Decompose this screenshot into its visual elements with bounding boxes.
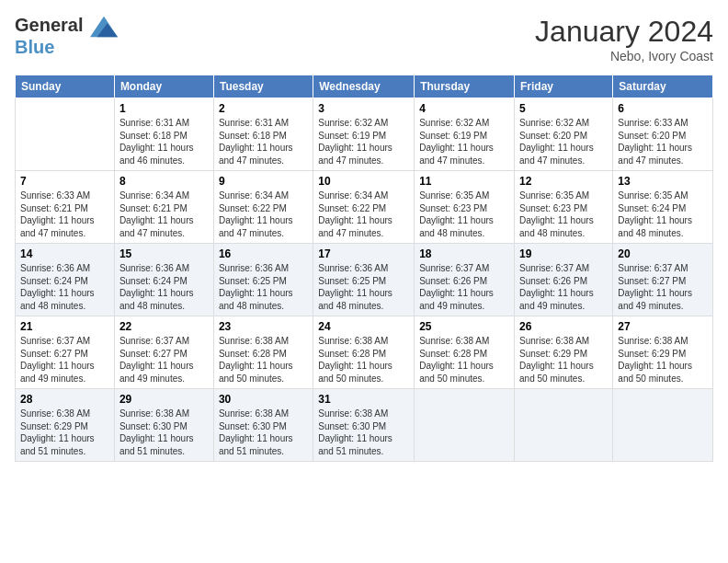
day-number: 31 (318, 393, 409, 406)
day-number: 29 (119, 393, 209, 406)
day-info: Sunrise: 6:38 AMSunset: 6:30 PMDaylight:… (318, 408, 409, 457)
day-number: 17 (318, 247, 409, 260)
day-number: 15 (119, 247, 209, 260)
day-number: 1 (119, 102, 209, 115)
calendar-cell: 24Sunrise: 6:38 AMSunset: 6:28 PMDayligh… (313, 316, 415, 389)
calendar-cell: 9Sunrise: 6:34 AMSunset: 6:22 PMDaylight… (213, 171, 313, 244)
calendar-cell: 17Sunrise: 6:36 AMSunset: 6:25 PMDayligh… (313, 244, 415, 316)
calendar-cell: 7Sunrise: 6:33 AMSunset: 6:21 PMDaylight… (16, 171, 115, 244)
day-number: 24 (318, 320, 409, 333)
header-saturday: Saturday (613, 75, 713, 98)
calendar-header-row: Sunday Monday Tuesday Wednesday Thursday… (16, 75, 713, 98)
day-number: 7 (20, 175, 109, 188)
day-info: Sunrise: 6:32 AMSunset: 6:20 PMDaylight:… (519, 117, 608, 167)
calendar-cell: 30Sunrise: 6:38 AMSunset: 6:30 PMDayligh… (213, 389, 313, 462)
header-wednesday: Wednesday (313, 75, 415, 98)
day-number: 19 (519, 247, 608, 260)
header-thursday: Thursday (415, 75, 515, 98)
calendar-cell: 25Sunrise: 6:38 AMSunset: 6:28 PMDayligh… (415, 316, 515, 389)
day-number: 27 (618, 320, 708, 333)
header-monday: Monday (114, 75, 213, 98)
day-info: Sunrise: 6:34 AMSunset: 6:22 PMDaylight:… (219, 190, 308, 239)
location: Nebo, Ivory Coast (535, 49, 713, 63)
calendar-week-3: 14Sunrise: 6:36 AMSunset: 6:24 PMDayligh… (16, 244, 713, 316)
day-number: 10 (318, 175, 409, 188)
calendar-cell: 5Sunrise: 6:32 AMSunset: 6:20 PMDaylight… (515, 98, 613, 171)
day-number: 18 (419, 247, 509, 260)
day-info: Sunrise: 6:36 AMSunset: 6:24 PMDaylight:… (119, 262, 209, 312)
calendar-cell: 16Sunrise: 6:36 AMSunset: 6:25 PMDayligh… (213, 244, 313, 316)
day-number: 14 (20, 247, 109, 260)
day-number: 30 (219, 393, 308, 406)
day-info: Sunrise: 6:35 AMSunset: 6:23 PMDaylight:… (519, 190, 608, 239)
day-info: Sunrise: 6:36 AMSunset: 6:25 PMDaylight:… (318, 262, 409, 312)
day-info: Sunrise: 6:32 AMSunset: 6:19 PMDaylight:… (419, 117, 509, 167)
calendar-cell: 10Sunrise: 6:34 AMSunset: 6:22 PMDayligh… (313, 171, 415, 244)
day-info: Sunrise: 6:37 AMSunset: 6:27 PMDaylight:… (119, 335, 209, 385)
day-info: Sunrise: 6:31 AMSunset: 6:18 PMDaylight:… (119, 117, 209, 167)
calendar-table: Sunday Monday Tuesday Wednesday Thursday… (15, 75, 713, 462)
calendar-cell: 4Sunrise: 6:32 AMSunset: 6:19 PMDaylight… (415, 98, 515, 171)
calendar-cell: 18Sunrise: 6:37 AMSunset: 6:26 PMDayligh… (415, 244, 515, 316)
day-info: Sunrise: 6:33 AMSunset: 6:20 PMDaylight:… (618, 117, 708, 167)
day-info: Sunrise: 6:32 AMSunset: 6:19 PMDaylight:… (318, 117, 409, 167)
calendar-cell: 29Sunrise: 6:38 AMSunset: 6:30 PMDayligh… (114, 389, 213, 462)
day-info: Sunrise: 6:36 AMSunset: 6:24 PMDaylight:… (20, 262, 109, 312)
calendar-cell: 27Sunrise: 6:38 AMSunset: 6:29 PMDayligh… (613, 316, 713, 389)
logo: General Blue (15, 15, 118, 56)
day-info: Sunrise: 6:37 AMSunset: 6:27 PMDaylight:… (618, 262, 708, 312)
day-number: 9 (219, 175, 308, 188)
header: General Blue January 2024 Nebo, Ivory Co… (15, 15, 713, 63)
logo-icon (90, 16, 118, 38)
day-number: 16 (219, 247, 308, 260)
day-number: 4 (419, 102, 509, 115)
calendar-cell: 20Sunrise: 6:37 AMSunset: 6:27 PMDayligh… (613, 244, 713, 316)
day-number: 6 (618, 102, 708, 115)
day-info: Sunrise: 6:38 AMSunset: 6:29 PMDaylight:… (519, 335, 608, 385)
day-info: Sunrise: 6:34 AMSunset: 6:22 PMDaylight:… (318, 190, 409, 239)
title-block: January 2024 Nebo, Ivory Coast (535, 15, 713, 63)
calendar-cell: 6Sunrise: 6:33 AMSunset: 6:20 PMDaylight… (613, 98, 713, 171)
day-info: Sunrise: 6:35 AMSunset: 6:23 PMDaylight:… (419, 190, 509, 239)
day-info: Sunrise: 6:37 AMSunset: 6:27 PMDaylight:… (20, 335, 109, 385)
calendar-cell: 11Sunrise: 6:35 AMSunset: 6:23 PMDayligh… (415, 171, 515, 244)
calendar-cell (16, 98, 115, 171)
day-info: Sunrise: 6:33 AMSunset: 6:21 PMDaylight:… (20, 190, 109, 239)
day-info: Sunrise: 6:38 AMSunset: 6:30 PMDaylight:… (219, 408, 308, 457)
day-info: Sunrise: 6:37 AMSunset: 6:26 PMDaylight:… (419, 262, 509, 312)
day-number: 8 (119, 175, 209, 188)
day-info: Sunrise: 6:34 AMSunset: 6:21 PMDaylight:… (119, 190, 209, 239)
calendar-week-5: 28Sunrise: 6:38 AMSunset: 6:29 PMDayligh… (16, 389, 713, 462)
day-number: 2 (219, 102, 308, 115)
calendar-week-1: 1Sunrise: 6:31 AMSunset: 6:18 PMDaylight… (16, 98, 713, 171)
day-number: 5 (519, 102, 608, 115)
calendar-cell (415, 389, 515, 462)
header-friday: Friday (515, 75, 613, 98)
calendar-cell: 21Sunrise: 6:37 AMSunset: 6:27 PMDayligh… (16, 316, 115, 389)
calendar-week-4: 21Sunrise: 6:37 AMSunset: 6:27 PMDayligh… (16, 316, 713, 389)
day-info: Sunrise: 6:38 AMSunset: 6:29 PMDaylight:… (20, 408, 109, 457)
calendar-cell: 13Sunrise: 6:35 AMSunset: 6:24 PMDayligh… (613, 171, 713, 244)
day-info: Sunrise: 6:37 AMSunset: 6:26 PMDaylight:… (519, 262, 608, 312)
calendar-cell: 28Sunrise: 6:38 AMSunset: 6:29 PMDayligh… (16, 389, 115, 462)
day-info: Sunrise: 6:38 AMSunset: 6:28 PMDaylight:… (219, 335, 308, 385)
calendar-page: General Blue January 2024 Nebo, Ivory Co… (0, 0, 728, 563)
day-number: 23 (219, 320, 308, 333)
calendar-cell: 31Sunrise: 6:38 AMSunset: 6:30 PMDayligh… (313, 389, 415, 462)
calendar-cell: 14Sunrise: 6:36 AMSunset: 6:24 PMDayligh… (16, 244, 115, 316)
calendar-cell (613, 389, 713, 462)
logo-blue: Blue (15, 38, 118, 56)
day-info: Sunrise: 6:38 AMSunset: 6:28 PMDaylight:… (318, 335, 409, 385)
day-number: 21 (20, 320, 109, 333)
calendar-cell: 23Sunrise: 6:38 AMSunset: 6:28 PMDayligh… (213, 316, 313, 389)
calendar-cell: 26Sunrise: 6:38 AMSunset: 6:29 PMDayligh… (515, 316, 613, 389)
month-title: January 2024 (535, 15, 713, 49)
calendar-cell: 15Sunrise: 6:36 AMSunset: 6:24 PMDayligh… (114, 244, 213, 316)
day-info: Sunrise: 6:38 AMSunset: 6:29 PMDaylight:… (618, 335, 708, 385)
calendar-cell: 2Sunrise: 6:31 AMSunset: 6:18 PMDaylight… (213, 98, 313, 171)
day-info: Sunrise: 6:35 AMSunset: 6:24 PMDaylight:… (618, 190, 708, 239)
day-number: 22 (119, 320, 209, 333)
day-info: Sunrise: 6:36 AMSunset: 6:25 PMDaylight:… (219, 262, 308, 312)
calendar-cell: 22Sunrise: 6:37 AMSunset: 6:27 PMDayligh… (114, 316, 213, 389)
calendar-cell: 1Sunrise: 6:31 AMSunset: 6:18 PMDaylight… (114, 98, 213, 171)
